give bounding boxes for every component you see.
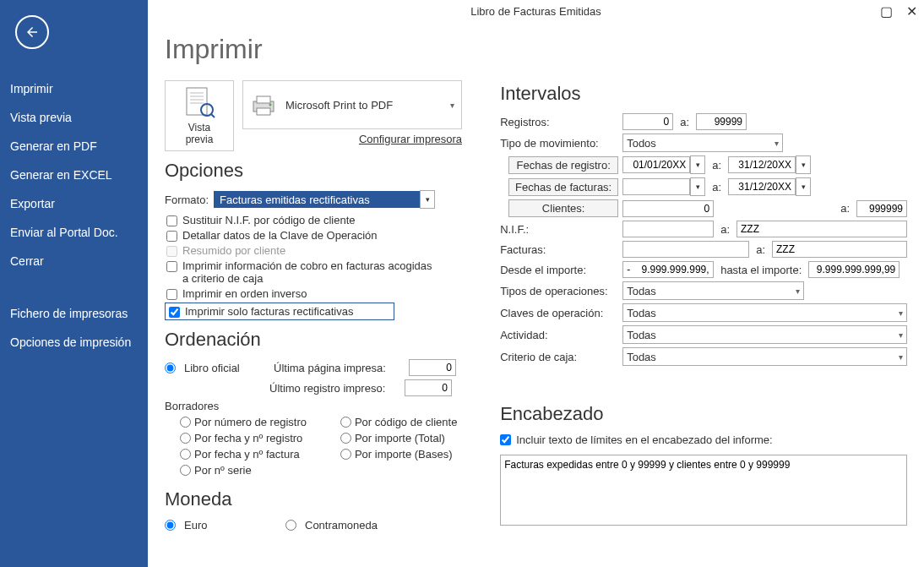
- clientes-button[interactable]: Clientes:: [508, 199, 618, 217]
- criterio-select[interactable]: Todas▾: [622, 347, 907, 366]
- chk-sustituir-nif-label: Sustituir N.I.F. por código de cliente: [182, 214, 356, 226]
- claves-op-select[interactable]: Todas▾: [622, 303, 907, 322]
- registros-to-input[interactable]: [696, 113, 747, 130]
- radio-fecha-registro[interactable]: [180, 433, 191, 444]
- page-preview-icon: [183, 86, 215, 120]
- encabezado-heading: Encabezado: [500, 403, 907, 425]
- desde-importe-input[interactable]: [622, 261, 714, 278]
- back-button[interactable]: [15, 15, 49, 49]
- radio-euro[interactable]: [165, 520, 176, 531]
- clientes-to-input[interactable]: [856, 200, 907, 217]
- sidebar-item-enviar-portal[interactable]: Enviar al Portal Doc.: [0, 218, 148, 247]
- chk-solo-rectificativas[interactable]: [169, 307, 180, 318]
- radio-libro-oficial-label: Libro oficial: [184, 362, 265, 374]
- fechas-fact-from-input[interactable]: [622, 178, 690, 195]
- radio-num-serie-label: Por nº serie: [194, 464, 252, 477]
- actividad-label: Actividad:: [500, 329, 622, 341]
- chk-incluir-texto-label: Incluir texto de límites en el encabezad…: [516, 433, 773, 446]
- hasta-importe-label: hasta el importe:: [720, 264, 802, 276]
- nif-label: N.I.F.:: [500, 223, 622, 236]
- fechas-facturas-button[interactable]: Fechas de facturas:: [508, 178, 618, 196]
- sep-a: a:: [680, 116, 689, 128]
- fechas-reg-from-input[interactable]: [622, 156, 690, 173]
- clientes-from-input[interactable]: [622, 200, 714, 217]
- formato-label: Formato:: [165, 194, 214, 206]
- fechas-reg-from-picker[interactable]: ▾: [690, 155, 705, 174]
- tipos-op-select[interactable]: Todas▾: [622, 281, 804, 300]
- printer-name: Microsoft Print to PDF: [285, 99, 450, 112]
- formato-dropdown-button[interactable]: ▾: [420, 190, 435, 209]
- sidebar-item-fichero-impresoras[interactable]: Fichero de impresoras: [0, 299, 148, 328]
- radio-num-serie[interactable]: [180, 465, 191, 476]
- chk-info-cobro[interactable]: [166, 261, 177, 272]
- hasta-importe-input[interactable]: [808, 261, 900, 278]
- sidebar-item-vista-previa[interactable]: Vista previa: [0, 103, 148, 132]
- tipo-mov-label: Tipo de movimiento:: [500, 137, 622, 150]
- chk-incluir-texto[interactable]: [500, 434, 511, 445]
- chk-orden-inverso-label: Imprimir en orden inverso: [182, 287, 307, 300]
- radio-importe-total-label: Por importe (Total): [355, 432, 445, 444]
- nif-from-input[interactable]: [622, 221, 714, 237]
- sidebar-item-cerrar[interactable]: Cerrar: [0, 247, 148, 275]
- radio-contramoneda[interactable]: [285, 520, 296, 531]
- ult-reg-input[interactable]: [405, 379, 452, 396]
- desde-importe-label: Desde el importe:: [500, 264, 622, 276]
- fechas-registro-button[interactable]: Fechas de registro:: [508, 156, 618, 174]
- chevron-down-icon: ▾: [450, 101, 454, 110]
- criterio-label: Criterio de caja:: [500, 351, 622, 363]
- maximize-icon[interactable]: ▢: [880, 3, 893, 19]
- radio-libro-oficial[interactable]: [165, 363, 176, 373]
- borradores-label: Borradores: [165, 400, 475, 412]
- sidebar-item-exportar[interactable]: Exportar: [0, 189, 148, 218]
- page-title: Imprimir: [165, 34, 475, 65]
- chk-sustituir-nif[interactable]: [166, 215, 177, 226]
- radio-codigo-cliente[interactable]: [340, 417, 351, 428]
- fechas-fact-from-picker[interactable]: ▾: [690, 177, 705, 196]
- ult-pag-input[interactable]: [409, 359, 456, 376]
- radio-importe-bases[interactable]: [340, 449, 351, 460]
- tipo-mov-select[interactable]: Todos▾: [622, 134, 783, 152]
- sidebar-item-generar-pdf[interactable]: Generar en PDF: [0, 132, 148, 161]
- chk-orden-inverso[interactable]: [166, 289, 177, 300]
- chk-detallar-clave[interactable]: [166, 231, 177, 242]
- close-icon[interactable]: ✕: [906, 3, 917, 19]
- svg-point-10: [269, 104, 272, 106]
- fechas-fact-to-picker[interactable]: ▾: [796, 177, 811, 196]
- chk-resumido-cliente-label: Resumido por cliente: [182, 244, 285, 257]
- registros-from-input[interactable]: [622, 113, 673, 130]
- chk-detallar-clave-label: Detallar datos de la Clave de Operación: [182, 229, 378, 242]
- facturas-to-input[interactable]: [772, 241, 907, 258]
- chk-info-cobro-label: Imprimir información de cobro en factura…: [182, 259, 436, 285]
- nif-to-input[interactable]: [736, 221, 907, 237]
- radio-contramoneda-label: Contramoneda: [305, 519, 378, 532]
- claves-op-label: Claves de operación:: [500, 307, 622, 319]
- radio-fecha-factura[interactable]: [180, 449, 191, 460]
- radio-codigo-cliente-label: Por código de cliente: [355, 416, 457, 428]
- radio-num-registro[interactable]: [180, 417, 191, 428]
- encabezado-textarea[interactable]: [500, 455, 907, 526]
- formato-value: Facturas emitidas rectificativas: [214, 191, 420, 208]
- chk-solo-rectificativas-label: Imprimir solo facturas rectificativas: [185, 305, 353, 318]
- vista-previa-button[interactable]: Vista previa: [165, 80, 234, 151]
- actividad-select[interactable]: Todas▾: [622, 325, 907, 344]
- preview-label: Vista previa: [174, 122, 225, 145]
- opciones-heading: Opciones: [165, 160, 475, 182]
- window-title: Libro de Facturas Emitidas: [148, 5, 924, 18]
- radio-fecha-registro-label: Por fecha y nº registro: [194, 432, 302, 444]
- sidebar-item-imprimir[interactable]: Imprimir: [0, 74, 148, 103]
- registros-label: Registros:: [500, 116, 622, 128]
- sidebar-item-generar-excel[interactable]: Generar en EXCEL: [0, 161, 148, 189]
- fechas-fact-to-input[interactable]: [728, 178, 796, 195]
- fechas-reg-to-picker[interactable]: ▾: [796, 155, 811, 174]
- radio-fecha-factura-label: Por fecha y nº factura: [194, 448, 300, 461]
- radio-importe-total[interactable]: [340, 433, 351, 444]
- configurar-impresora-link[interactable]: Configurar impresora: [359, 133, 462, 145]
- radio-importe-bases-label: Por importe (Bases): [355, 448, 453, 461]
- fechas-reg-to-input[interactable]: [728, 156, 796, 173]
- sidebar-item-opciones-impresion[interactable]: Opciones de impresión: [0, 328, 148, 357]
- main-area: Libro de Facturas Emitidas ▢ ✕ Imprimir: [148, 0, 924, 567]
- printer-select[interactable]: Microsoft Print to PDF ▾: [242, 80, 462, 129]
- intervalos-heading: Intervalos: [500, 83, 907, 105]
- sidebar: Imprimir Vista previa Generar en PDF Gen…: [0, 0, 148, 567]
- facturas-from-input[interactable]: [622, 241, 749, 258]
